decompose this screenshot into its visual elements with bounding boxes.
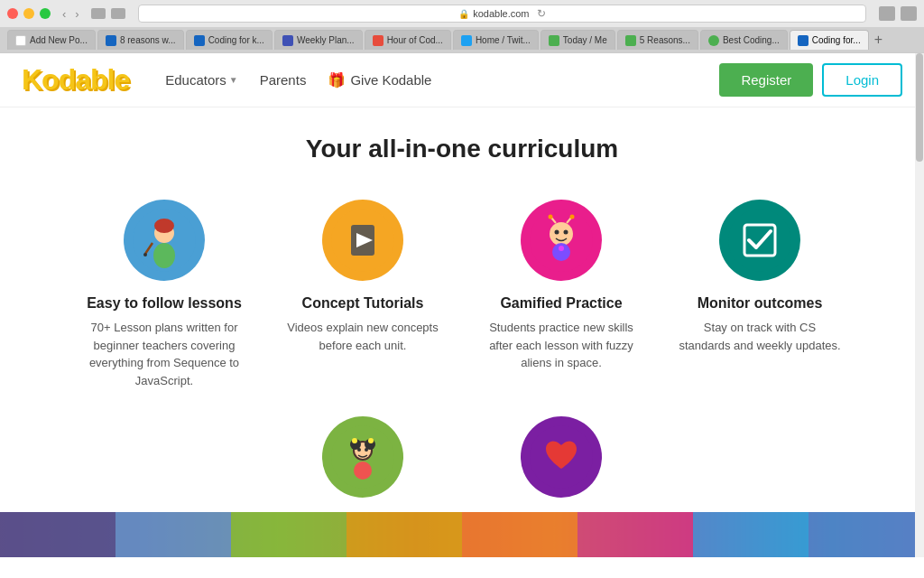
nav-arrows: ‹ › [60,7,82,21]
lock-icon: 🔒 [458,9,469,19]
back-button[interactable]: ‹ [60,7,69,21]
learn-more-icon [521,416,602,498]
logo[interactable]: Kodable [22,63,129,97]
bottom-photo-strip [0,512,924,557]
strip-seg-8 [808,512,924,557]
tab-weekly-plan[interactable]: Weekly Plan... [274,30,363,50]
strip-seg-7 [693,512,808,557]
tab-label: Coding for... [812,35,861,45]
tab-coding-for[interactable]: Coding for... [790,30,869,50]
tab-today-me[interactable]: Today / Me [541,30,615,50]
concept-tutorials-icon [322,200,403,281]
feature-concept-tutorials: Concept Tutorials Videos explain new con… [263,191,462,407]
give-kodable-link[interactable]: 🎁 Give Kodable [319,64,440,96]
concept-tutorials-desc: Videos explain new concepts before each … [282,319,444,354]
svg-point-11 [555,230,559,235]
tab-coding-k[interactable]: Coding for k... [186,30,273,50]
checkmark-svg [728,209,791,272]
feature-easy-lessons: Easy to follow lessons 70+ Lesson plans … [65,191,263,407]
svg-point-1 [153,243,175,268]
feature-gamified-practice: Gamified Practice Students practice new … [462,191,661,407]
svg-point-5 [143,253,147,256]
svg-point-10 [550,222,573,246]
tab-favicon [625,35,636,46]
browser-chrome: ‹ › 🔒 kodable.com ↻ Add New Po... 8 reas… [0,0,924,53]
url-text: kodable.com [473,8,529,19]
svg-point-14 [549,215,553,219]
tab-home-twitter[interactable]: Home / Twit... [453,30,539,50]
browser-actions [879,6,917,21]
tab-favicon [549,35,559,46]
concept-tutorials-title: Concept Tutorials [282,295,444,312]
strip-seg-3 [231,512,346,557]
monitor-outcomes-desc: Stay on track with CS standards and week… [679,319,841,354]
tab-label: Home / Twit... [476,35,531,45]
tab-favicon [282,35,293,46]
nav-right: Register Login [719,63,902,97]
tab-5-reasons[interactable]: 5 Reasons... [617,30,698,50]
svg-point-3 [154,219,174,233]
nav-links: Educators ▼ Parents 🎁 Give Kodable [156,64,440,96]
tab-label: Hour of Cod... [387,35,443,45]
main-title: Your all-in-one curriculum [18,135,906,163]
strip-seg-4 [346,512,462,557]
svg-point-19 [728,209,791,272]
reload-icon: ↻ [537,7,546,20]
svg-point-28 [357,448,361,452]
close-window-button[interactable] [7,8,18,19]
video-svg [331,209,394,272]
give-kodable-label: Give Kodable [350,72,431,88]
maximize-window-button[interactable] [40,8,51,19]
address-bar[interactable]: 🔒 kodable.com ↻ [138,5,866,23]
tab-favicon [194,35,205,46]
tab-favicon [798,35,808,46]
share-button[interactable] [879,6,895,21]
tab-favicon [106,35,116,46]
tab-hour-of-code[interactable]: Hour of Cod... [365,30,451,50]
monitor-outcomes-title: Monitor outcomes [679,295,841,312]
gift-icon: 🎁 [328,71,346,89]
educators-menu[interactable]: Educators ▼ [156,65,246,95]
scrollbar[interactable] [915,53,924,557]
parents-link[interactable]: Parents [251,65,316,95]
scrollbar-thumb[interactable] [916,53,923,162]
new-tab-button[interactable]: + [871,32,886,48]
feature-monitor-outcomes: Monitor outcomes Stay on track with CS s… [661,191,859,407]
tab-label: 5 Reasons... [640,35,690,45]
tab-label: 8 reasons w... [120,35,176,45]
svg-point-12 [564,230,568,235]
register-button[interactable]: Register [719,63,813,97]
tab-label: Today / Me [563,35,607,45]
forward-button[interactable]: › [72,7,81,21]
svg-point-18 [559,246,564,251]
tab-favicon [708,35,719,46]
educators-chevron-icon: ▼ [229,75,238,85]
tab-label: Add New Po... [30,35,88,45]
navbar: Kodable Educators ▼ Parents 🎁 Give Kodab… [0,53,924,107]
tab-favicon [373,35,383,46]
browser-titlebar: ‹ › 🔒 kodable.com ↻ [0,0,924,27]
login-button[interactable]: Login [822,63,902,97]
strip-seg-2 [116,512,231,557]
tab-favicon [461,35,472,46]
educators-label: Educators [165,72,226,88]
svg-point-16 [570,215,575,219]
add-tab-button[interactable] [901,6,917,21]
gamified-practice-icon [521,200,602,281]
minimize-window-button[interactable] [23,8,34,19]
tab-label: Best Coding... [723,35,780,45]
tab-8-reasons[interactable]: 8 reasons w... [97,30,184,50]
alien-svg [530,209,593,272]
tab-label: Weekly Plan... [297,35,355,45]
foster-creativity-icon [322,416,403,498]
page-content: Kodable Educators ▼ Parents 🎁 Give Kodab… [0,53,924,557]
window-controls [91,8,125,19]
svg-point-30 [354,461,372,480]
tab-best-coding[interactable]: Best Coding... [700,30,788,50]
strip-seg-5 [462,512,578,557]
easy-lessons-icon [124,200,205,281]
tab-add-new-po[interactable]: Add New Po... [7,30,96,50]
window-icon2 [111,8,125,19]
strip-seg-6 [578,512,693,557]
window-icon [91,8,106,19]
